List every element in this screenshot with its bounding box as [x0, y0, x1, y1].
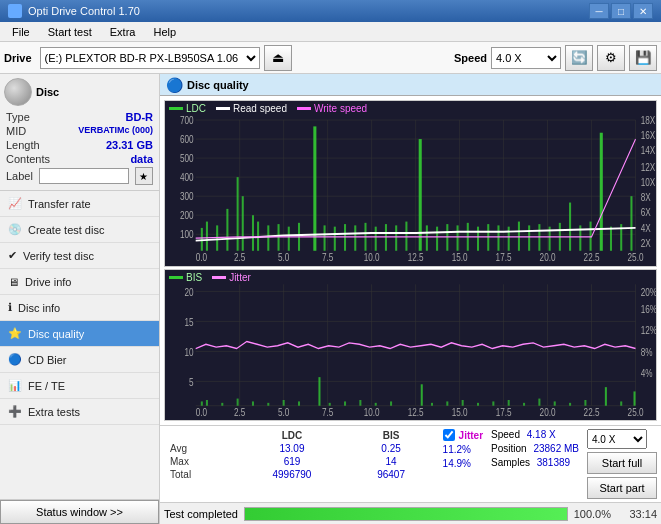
test-speed-select[interactable]: 4.0 X	[587, 429, 647, 449]
info-button[interactable]: 💾	[629, 45, 657, 71]
disc-contents-row: Contents data	[4, 152, 155, 166]
speed-label: Speed	[454, 52, 487, 64]
start-part-button[interactable]: Start part	[587, 477, 657, 499]
jitter-legend: Jitter	[212, 272, 251, 283]
maximize-button[interactable]: □	[611, 3, 631, 19]
svg-rect-143	[477, 403, 479, 406]
svg-rect-88	[630, 196, 632, 251]
disc-length-row: Length 23.31 GB	[4, 138, 155, 152]
nav-items: 📈 Transfer rate 💿 Create test disc ✔ Ver…	[0, 191, 159, 425]
svg-rect-129	[252, 401, 254, 405]
sidebar-item-transfer-rate[interactable]: 📈 Transfer rate	[0, 191, 159, 217]
col-empty	[164, 429, 236, 442]
menu-start-test[interactable]: Start test	[40, 24, 100, 40]
svg-text:16%: 16%	[641, 303, 656, 316]
content-title: Disc quality	[187, 79, 249, 91]
eject-button[interactable]: ⏏	[264, 45, 292, 71]
stats-table: LDC BIS Avg 13.09 0.25 Max 619	[164, 429, 435, 481]
minimize-button[interactable]: ─	[589, 3, 609, 19]
max-label: Max	[164, 455, 236, 468]
status-window-button[interactable]: Status window >>	[0, 500, 159, 524]
avg-jitter-val: 11.2%	[443, 444, 471, 455]
disc-label-input[interactable]	[39, 168, 129, 184]
write-speed-legend-label: Write speed	[314, 103, 367, 114]
sidebar-item-drive-info[interactable]: 🖥 Drive info	[0, 269, 159, 295]
svg-rect-85	[600, 133, 603, 251]
menu-file[interactable]: File	[4, 24, 38, 40]
svg-rect-134	[329, 403, 331, 406]
samples-value: 381389	[537, 457, 570, 468]
svg-rect-140	[431, 403, 433, 406]
svg-rect-68	[426, 225, 428, 250]
main-layout: Disc Type BD-R MID VERBATIMc (000) Lengt…	[0, 74, 661, 524]
svg-text:700: 700	[180, 115, 194, 126]
jitter-legend-label: Jitter	[229, 272, 251, 283]
svg-rect-125	[201, 401, 203, 405]
settings-button[interactable]: ⚙	[597, 45, 625, 71]
col-ldc-header: LDC	[236, 429, 347, 442]
svg-text:10: 10	[185, 345, 194, 358]
svg-rect-73	[477, 227, 479, 251]
sidebar-item-disc-quality[interactable]: ⭐ Disc quality	[0, 321, 159, 347]
svg-text:2.5: 2.5	[234, 405, 246, 418]
svg-rect-65	[395, 225, 397, 250]
svg-rect-131	[283, 400, 285, 406]
svg-rect-61	[354, 225, 356, 250]
drive-select[interactable]: (E:) PLEXTOR BD-R PX-LB950SA 1.06	[40, 47, 260, 69]
svg-text:5.0: 5.0	[278, 252, 289, 263]
svg-rect-53	[267, 225, 269, 250]
svg-rect-75	[497, 225, 499, 250]
disc-info-label: Disc info	[18, 302, 60, 314]
sidebar-item-disc-info[interactable]: ℹ Disc info	[0, 295, 159, 321]
max-ldc: 619	[236, 455, 347, 468]
sidebar-item-fe-te[interactable]: 📊 FE / TE	[0, 373, 159, 399]
svg-text:16X: 16X	[641, 130, 656, 141]
speed-header: Speed	[491, 429, 520, 440]
sidebar-item-extra-tests[interactable]: ➕ Extra tests	[0, 399, 159, 425]
disc-label-btn[interactable]: ★	[135, 167, 153, 185]
titlebar-controls: ─ □ ✕	[589, 3, 653, 19]
start-full-button[interactable]: Start full	[587, 452, 657, 474]
disc-label-label: Label	[6, 170, 33, 182]
progress-bar-outer	[244, 507, 568, 521]
refresh-button[interactable]: 🔄	[565, 45, 593, 71]
svg-text:10X: 10X	[641, 177, 656, 188]
menu-extra[interactable]: Extra	[102, 24, 144, 40]
disc-type-label: Type	[6, 111, 30, 123]
svg-rect-152	[620, 401, 622, 405]
svg-text:0.0: 0.0	[196, 252, 207, 263]
content-header: 🔵 Disc quality	[160, 74, 661, 96]
sidebar-item-cd-bier[interactable]: 🔵 CD Bier	[0, 347, 159, 373]
sidebar-item-verify-test-disc[interactable]: ✔ Verify test disc	[0, 243, 159, 269]
bis-legend: BIS	[169, 272, 202, 283]
sidebar-item-create-test-disc[interactable]: 💿 Create test disc	[0, 217, 159, 243]
close-button[interactable]: ✕	[633, 3, 653, 19]
svg-rect-71	[457, 225, 459, 250]
disc-length-value: 23.31 GB	[106, 139, 153, 151]
svg-rect-84	[590, 222, 592, 251]
col-bis-header: BIS	[348, 429, 435, 442]
speed-select-row: 4.0 X	[587, 429, 647, 449]
content-area: 🔵 Disc quality LDC Read speed	[160, 74, 661, 524]
svg-text:100: 100	[180, 229, 194, 240]
svg-rect-149	[569, 403, 571, 406]
disc-header-label: Disc	[36, 86, 59, 98]
jitter-checkbox[interactable]	[443, 429, 455, 441]
ldc-chart-svg: 700 600 500 400 300 200 100 18X 16X 14X …	[165, 101, 656, 266]
svg-rect-89	[165, 270, 656, 420]
sidebar: Disc Type BD-R MID VERBATIMc (000) Lengt…	[0, 74, 160, 524]
ldc-legend-color	[169, 107, 183, 110]
speed-select[interactable]: 4.0 X	[491, 47, 561, 69]
max-jitter-row: 14.9%	[443, 458, 483, 469]
svg-text:12%: 12%	[641, 324, 656, 337]
position-header: Position	[491, 443, 527, 454]
svg-rect-150	[584, 400, 586, 406]
progress-bar-inner	[245, 508, 567, 520]
svg-rect-151	[605, 387, 607, 406]
svg-rect-82	[569, 203, 571, 251]
menu-help[interactable]: Help	[145, 24, 184, 40]
svg-text:20.0: 20.0	[540, 405, 556, 418]
svg-text:4%: 4%	[641, 367, 653, 380]
svg-text:25.0: 25.0	[628, 405, 644, 418]
ldc-legend: LDC	[169, 103, 206, 114]
